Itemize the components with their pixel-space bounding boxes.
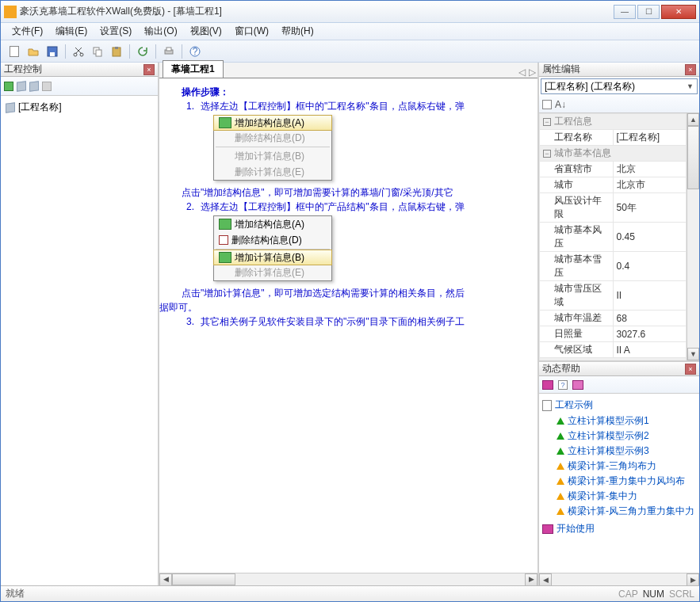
scroll-up-icon[interactable]: ▲ — [687, 113, 699, 126]
tool-icon-3[interactable] — [29, 81, 39, 91]
scroll-right-icon[interactable]: ▶ — [687, 573, 699, 585]
maximize-button[interactable]: ☐ — [637, 5, 660, 19]
prop-key: 风压设计年限 — [540, 193, 614, 223]
prop-vscrollbar[interactable]: ▲ ▼ — [687, 113, 699, 360]
open-button[interactable] — [25, 43, 42, 60]
menu2-del-calc: 删除计算信息(E) — [214, 265, 331, 280]
refresh-button[interactable] — [134, 43, 151, 60]
help-link[interactable]: 横梁计算-三角均布力 — [557, 459, 696, 474]
menu2-del-struct[interactable]: 删除结构信息(D) — [214, 232, 331, 248]
help-body: 工程示例 立柱计算模型示例1立柱计算模型示例2立柱计算模型示例3横梁计算-三角均… — [539, 394, 699, 585]
prop-key: 日照量 — [540, 326, 614, 342]
help-root[interactable]: 工程示例 — [542, 398, 696, 412]
menu2-add-calc[interactable]: 增加计算信息(B) — [213, 250, 332, 265]
scroll-lock-indicator: SCRL — [669, 589, 694, 600]
chevron-down-icon: ▼ — [687, 82, 694, 90]
help-panel-label: 动态帮助 — [542, 362, 580, 375]
help-link[interactable]: 立柱计算模型示例3 — [557, 444, 696, 459]
prop-panel-close-icon[interactable]: × — [685, 64, 696, 75]
toolbar: ? — [1, 40, 699, 63]
tool-icon-2[interactable] — [17, 81, 26, 91]
prop-value[interactable]: [工程名称] — [613, 130, 687, 146]
save-button[interactable] — [44, 43, 61, 60]
prop-value[interactable]: 北京市 — [613, 177, 687, 193]
help-link[interactable]: 横梁计算-重力集中力风均布 — [557, 474, 696, 489]
prop-value[interactable]: 68 — [613, 311, 687, 326]
tab-prev-icon[interactable]: ◁ — [518, 67, 526, 78]
scroll-thumb[interactable] — [172, 573, 235, 585]
help-link[interactable]: 立柱计算模型示例1 — [557, 413, 696, 429]
prop-value[interactable]: 50年 — [613, 193, 687, 223]
prop-value[interactable]: 0.45 — [613, 223, 687, 252]
left-panel-label: 工程控制 — [4, 63, 42, 76]
prop-object-select[interactable]: [工程名称] (工程名称) ▼ — [541, 78, 698, 94]
categorize-icon[interactable] — [542, 100, 552, 109]
sort-az-icon[interactable]: A↓ — [555, 99, 566, 110]
print-button[interactable] — [160, 43, 178, 60]
scroll-left-icon[interactable]: ◀ — [539, 573, 552, 585]
paste-button[interactable] — [108, 43, 125, 60]
prop-group[interactable]: −其它设计信息 — [540, 358, 687, 361]
prop-value[interactable]: II — [613, 281, 687, 311]
book2-icon[interactable] — [572, 380, 583, 390]
menu-edit[interactable]: 编辑(E) — [49, 23, 94, 40]
scroll-thumb[interactable] — [687, 126, 699, 189]
copy-button[interactable] — [89, 43, 106, 60]
help-link[interactable]: 横梁计算-风三角力重力集中力 — [557, 504, 696, 519]
step2-num: 2. — [182, 200, 201, 214]
menu-file[interactable]: 文件(F) — [6, 23, 49, 40]
scroll-left-icon[interactable]: ◀ — [159, 573, 172, 585]
tab-project[interactable]: 幕墙工程1 — [163, 60, 224, 78]
prop-value[interactable]: 3027.6 — [613, 326, 687, 342]
prop-value[interactable]: 北京 — [613, 162, 687, 177]
add-icon — [219, 219, 231, 230]
menu1-del-struct: 删除结构信息(D) — [214, 130, 331, 146]
minimize-button[interactable]: — — [614, 5, 636, 19]
tool-icon-1[interactable] — [4, 82, 13, 91]
prop-combo-label: [工程名称] (工程名称) — [545, 80, 635, 93]
left-panel-close-icon[interactable]: × — [143, 64, 155, 75]
prop-key: 城市基本风压 — [540, 223, 614, 252]
menu-settings[interactable]: 设置(S) — [94, 23, 138, 40]
arrow-icon — [557, 432, 564, 440]
prop-group[interactable]: −工程信息 — [540, 114, 687, 130]
menu2-add-struct[interactable]: 增加结构信息(A) — [214, 216, 331, 232]
help-button[interactable]: ? — [186, 43, 204, 60]
document-body: 操作步骤： 1.选择左边【工程控制】框中的"工程名称"条目，点鼠标右键，弹 增加… — [159, 78, 537, 585]
title-bar: 豪沃克幕墙工程软件XWall(免费版) - [幕墙工程1] — ☐ ✕ — [1, 1, 699, 23]
prop-group[interactable]: −城市基本信息 — [540, 146, 687, 162]
menu-bar: 文件(F) 编辑(E) 设置(S) 输出(O) 视图(V) 窗口(W) 帮助(H… — [1, 23, 699, 40]
menu1-del-calc: 删除计算信息(E) — [214, 164, 331, 180]
close-button[interactable]: ✕ — [661, 5, 696, 19]
prop-panel-title: 属性编辑 × — [539, 63, 699, 77]
help-link[interactable]: 横梁计算-集中力 — [557, 489, 696, 504]
cut-button[interactable] — [70, 43, 87, 60]
menu-output[interactable]: 输出(O) — [138, 23, 183, 40]
menu1-add-struct[interactable]: 增加结构信息(A) — [213, 115, 332, 131]
help-panel-title: 动态帮助 × — [539, 362, 699, 376]
prop-value[interactable]: II A — [613, 342, 687, 358]
scroll-right-icon[interactable]: ▶ — [525, 573, 537, 585]
center-hscrollbar[interactable]: ◀ ▶ — [159, 573, 537, 585]
property-grid: −工程信息工程名称[工程名称]−城市基本信息省直辖市北京城市北京市风压设计年限5… — [539, 113, 699, 360]
question-icon[interactable]: ? — [558, 380, 568, 390]
scroll-down-icon[interactable]: ▼ — [687, 348, 699, 360]
help-begin[interactable]: 开始使用 — [542, 522, 696, 535]
menu-window[interactable]: 窗口(W) — [228, 23, 275, 40]
prop-panel-label: 属性编辑 — [542, 63, 580, 76]
tab-next-icon[interactable]: ▷ — [529, 67, 536, 78]
help-hscrollbar[interactable]: ◀ ▶ — [539, 573, 699, 585]
menu-view[interactable]: 视图(V) — [184, 23, 228, 40]
help-panel-close-icon[interactable]: × — [685, 364, 696, 375]
new-button[interactable] — [6, 43, 23, 60]
prop-value[interactable]: 0.4 — [613, 252, 687, 281]
steps-header: 操作步骤： — [182, 85, 526, 99]
help-link[interactable]: 立柱计算模型示例2 — [557, 429, 696, 444]
tree-root-item[interactable]: [工程名称] — [4, 99, 155, 116]
svg-rect-5 — [96, 50, 101, 56]
book-icon[interactable] — [542, 380, 553, 390]
prop-key: 城市雪压区域 — [540, 281, 614, 311]
tool-icon-4[interactable] — [42, 82, 52, 91]
step1-num: 1. — [182, 99, 201, 113]
menu-help[interactable]: 帮助(H) — [275, 23, 320, 40]
